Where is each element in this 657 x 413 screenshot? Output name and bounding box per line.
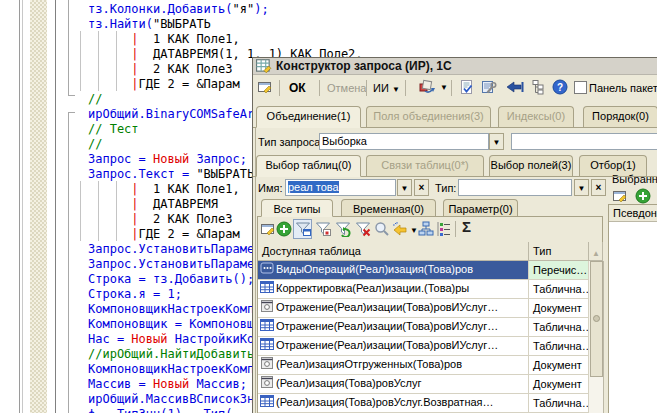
check-query-icon[interactable] xyxy=(459,79,475,99)
available-table-row[interactable]: Отражение(Реал)изации(Това)ровИУслуг… xyxy=(258,318,529,337)
ii-menu-button[interactable]: ИИ ▼ xyxy=(373,82,400,94)
query-type-dropdown-button[interactable]: ▼ xyxy=(489,133,504,150)
available-table-row[interactable]: (Реал)изация(Това)ровУслуг.Возвратная… xyxy=(258,394,529,413)
available-table-name: (Реал)изация(Това)ровУслуг.Возвратная… xyxy=(276,396,494,408)
type-filter-dropdown-button[interactable]: ▼ xyxy=(574,179,589,196)
selected-tables-column-header[interactable]: Псевдоним xyxy=(609,205,657,222)
available-table-name: Отражение(Реал)изации(Това)ровИУслуг… xyxy=(276,339,498,351)
available-table-row[interactable]: ВидыОпераций(Реал)изация(Това)ров xyxy=(258,261,529,280)
code-line: // Тест xyxy=(88,122,139,137)
column-header-available-table[interactable]: Доступная таблица xyxy=(258,242,529,261)
name-filter-clear-button[interactable]: × xyxy=(414,179,429,196)
code-line: Строка.я = 1; xyxy=(88,287,182,302)
available-table-type[interactable]: Таблична… xyxy=(529,318,589,337)
main-tab-1[interactable]: Объединение(1) xyxy=(256,106,361,128)
sort-indicator[interactable]: ▲ xyxy=(589,242,603,261)
code-line: тз.Колонки.Добавить("я"); xyxy=(88,2,269,17)
table-scrollbar[interactable] xyxy=(589,261,604,413)
code-line: Запрос.УстановитьПараметр( xyxy=(88,242,276,257)
add-icon[interactable] xyxy=(276,221,292,241)
column-header-type[interactable]: Тип xyxy=(529,242,589,261)
filter-window-icon[interactable] xyxy=(315,221,331,241)
tabular-section-icon xyxy=(258,337,276,353)
name-filter-input[interactable]: реал това xyxy=(285,179,396,196)
name-filter-dropdown-button[interactable]: ▼ xyxy=(397,179,412,196)
layers-menu-arrow[interactable]: ▼ xyxy=(440,83,448,92)
document-icon xyxy=(258,299,276,315)
help-icon[interactable]: ? xyxy=(552,79,568,99)
indent-guide xyxy=(80,31,81,91)
ok-button[interactable]: ОК xyxy=(289,81,306,95)
code-line: ирОбщий.BinaryCOMSafeArray xyxy=(88,107,276,122)
available-table-row[interactable]: Корректировка(Реал)изации.(Това)ры xyxy=(258,280,529,299)
code-line: Строка = тз.Добавить(); xyxy=(88,272,254,287)
page-tab-3[interactable]: Выбор полей(3) xyxy=(489,155,573,177)
filter-clear-icon[interactable] xyxy=(355,221,371,241)
query-type-label: Тип запроса: xyxy=(258,136,323,148)
insert-to-code-icon[interactable] xyxy=(505,79,525,99)
source-tab-2[interactable]: Временная(0) xyxy=(341,199,436,217)
dialog-title-bar[interactable]: Конструктор запроса (ИР), 1С xyxy=(253,58,657,75)
query-type-combo[interactable]: Выборка xyxy=(319,133,489,150)
hierarchy-icon[interactable] xyxy=(418,221,434,241)
code-line: Запрос.Текст = "ВЫБРАТЬ xyxy=(88,167,254,182)
type-filter-clear-button[interactable]: × xyxy=(591,179,606,196)
type-filter-input[interactable] xyxy=(458,179,572,196)
fold-tick-1 xyxy=(68,95,75,96)
code-line: | 2 КАК Поле3 xyxy=(88,212,233,227)
available-table-row[interactable]: (Реал)изацияОтгруженных(Това)ров xyxy=(258,356,529,375)
settings-book-icon[interactable] xyxy=(481,79,499,99)
page-tab-1[interactable]: Выбор таблиц(0) xyxy=(256,155,361,177)
available-table-type[interactable]: Таблична… xyxy=(529,280,589,299)
available-table-row[interactable]: (Реал)изация(Това)ровУслуг xyxy=(258,375,529,394)
filter-by-form-button[interactable] xyxy=(293,219,312,239)
main-tab-2[interactable]: Поля объединения(3) xyxy=(366,106,491,128)
main-tab-4[interactable]: Порядок(0) xyxy=(583,106,657,128)
code-line: Массив = Новый Массив; xyxy=(88,377,247,392)
available-table-row[interactable]: Отражение(Реал)изации(Това)ровИУслуг… xyxy=(258,337,529,356)
layers-menu-button[interactable] xyxy=(419,79,437,99)
editor-margin-line-1 xyxy=(19,0,20,413)
code-line: // xyxy=(88,92,102,107)
go-back-icon[interactable] xyxy=(392,221,410,241)
name-filter-selection: реал това xyxy=(288,181,339,193)
tree-structure-icon[interactable] xyxy=(531,79,547,99)
cancel-button[interactable]: Отмена xyxy=(327,82,366,94)
batch-panel-label: Панель пакета xyxy=(589,82,657,94)
filter-refresh-icon[interactable] xyxy=(335,221,351,241)
editor-margin-line-2 xyxy=(22,0,23,413)
secondary-combo[interactable] xyxy=(511,133,657,150)
fold-line-2 xyxy=(68,112,69,413)
form-settings-icon[interactable] xyxy=(260,221,276,241)
document-icon xyxy=(258,375,276,391)
available-table-type[interactable]: Документ xyxy=(529,375,589,394)
code-line: | ДАТАВРЕМЯ xyxy=(88,197,218,212)
available-table-name: Отражение(Реал)изации(Това)ровИУслуг… xyxy=(276,301,498,313)
selected-tables-list[interactable]: Псевдоним xyxy=(608,204,657,413)
name-filter-label: Имя: xyxy=(258,182,282,194)
indent-guide xyxy=(80,181,81,241)
sigma-icon[interactable]: Σ xyxy=(462,218,471,235)
list-icon[interactable] xyxy=(436,221,452,241)
batch-panel-checkbox[interactable] xyxy=(574,81,587,94)
available-table-type[interactable]: Документ xyxy=(529,299,589,318)
main-tab-3[interactable]: Индексы(0) xyxy=(498,106,574,128)
source-tab-3[interactable]: Параметр(0) xyxy=(443,199,518,217)
search-icon[interactable] xyxy=(374,221,390,241)
code-line: // xyxy=(88,137,102,152)
available-table-row[interactable]: Отражение(Реал)изации(Това)ровИУслуг… xyxy=(258,299,529,318)
tabular-section-icon xyxy=(258,318,276,334)
available-table-type[interactable]: Таблична… xyxy=(529,337,589,356)
enum-icon xyxy=(258,261,276,277)
go-back-arrow[interactable]: ▼ xyxy=(410,226,418,235)
available-table-type[interactable]: Таблична… xyxy=(529,394,589,413)
available-table-type[interactable]: Перечис… xyxy=(529,261,589,280)
available-table-type[interactable]: Документ xyxy=(529,356,589,375)
svg-text:?: ? xyxy=(557,82,563,93)
form-settings-icon[interactable] xyxy=(257,79,273,99)
source-tab-1[interactable]: Все типы xyxy=(261,199,333,217)
page-tab-2[interactable]: Связи таблиц(0*) xyxy=(366,155,484,177)
code-line: Запрос = Новый Запрос; xyxy=(88,152,247,167)
code-line: | 1 КАК Поле1, xyxy=(88,32,240,47)
code-line: ф = ТипЗнч(1) = Тип( xyxy=(88,407,233,413)
